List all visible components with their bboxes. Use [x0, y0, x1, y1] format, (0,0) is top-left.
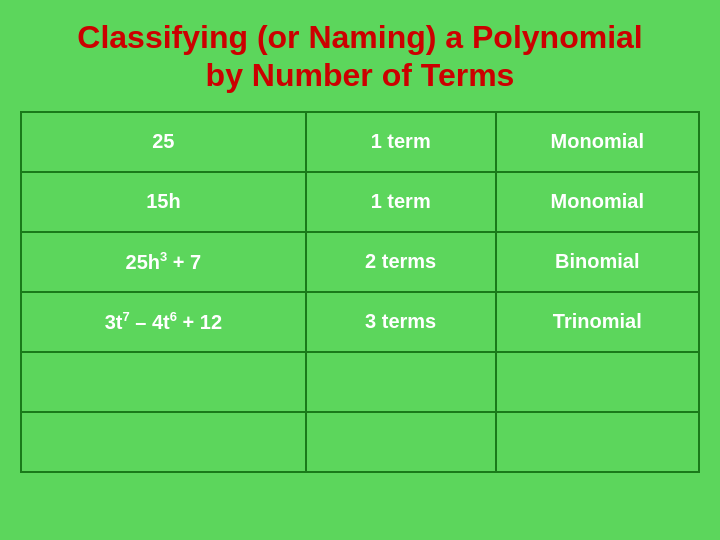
table-row: 15h 1 term Monomial	[21, 172, 699, 232]
expression-cell	[21, 412, 306, 472]
terms-cell: 3 terms	[306, 292, 496, 352]
name-cell: Monomial	[496, 172, 699, 232]
table-row	[21, 412, 699, 472]
table-row: 25 1 term Monomial	[21, 112, 699, 172]
table-row	[21, 352, 699, 412]
expression-cell: 25	[21, 112, 306, 172]
expression-cell	[21, 352, 306, 412]
page-title: Classifying (or Naming) a Polynomial by …	[77, 18, 642, 95]
terms-cell: 2 terms	[306, 232, 496, 292]
expression-cell: 15h	[21, 172, 306, 232]
expression-cell: 25h3 + 7	[21, 232, 306, 292]
terms-cell: 1 term	[306, 112, 496, 172]
table-row: 3t7 – 4t6 + 12 3 terms Trinomial	[21, 292, 699, 352]
name-cell: Monomial	[496, 112, 699, 172]
terms-cell	[306, 412, 496, 472]
table-row: 25h3 + 7 2 terms Binomial	[21, 232, 699, 292]
terms-cell	[306, 352, 496, 412]
polynomial-table: 25 1 term Monomial 15h 1 term Monomial 2…	[20, 111, 700, 473]
terms-cell: 1 term	[306, 172, 496, 232]
expression-cell: 3t7 – 4t6 + 12	[21, 292, 306, 352]
name-cell: Trinomial	[496, 292, 699, 352]
name-cell: Binomial	[496, 232, 699, 292]
name-cell	[496, 352, 699, 412]
name-cell	[496, 412, 699, 472]
